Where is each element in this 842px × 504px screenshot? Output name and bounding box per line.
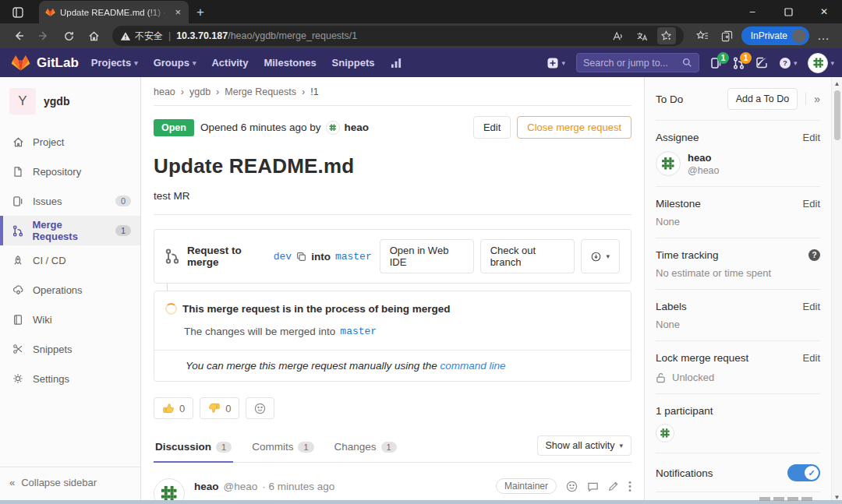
address-bar[interactable]: 不安全 | 10.3.70.187/heao/ygdb/merge_reques… <box>112 26 684 46</box>
new-menu-icon[interactable]: ▾ <box>547 57 565 69</box>
participant-avatar[interactable] <box>656 424 674 442</box>
refresh-icon[interactable] <box>58 26 80 46</box>
sidebar-item-project[interactable]: Project <box>0 127 140 157</box>
issues-nav-icon[interactable]: 1 <box>710 57 722 69</box>
checkout-branch-button[interactable]: Check out branch <box>480 239 575 273</box>
browser-tab[interactable]: Update README.md (!1) · Merge × <box>39 1 189 23</box>
favorites-bar-icon[interactable] <box>692 26 713 46</box>
sidebar-item-wiki[interactable]: Wiki <box>0 305 140 334</box>
window-maximize-button[interactable] <box>770 0 806 23</box>
tab-actions-icon[interactable] <box>6 2 30 23</box>
nav-projects[interactable]: Projects▾ <box>91 57 138 69</box>
nav-milestones[interactable]: Milestones <box>264 57 316 69</box>
sidebar-item-snippets[interactable]: Snippets <box>0 334 140 364</box>
window-minimize-button[interactable]: – <box>734 0 770 23</box>
add-favorite-star-icon[interactable] <box>657 27 676 44</box>
breadcrumb-mr-number: !1 <box>310 86 318 97</box>
assignee-name: heao <box>688 152 720 164</box>
sidebar-item-repository[interactable]: Repository <box>0 157 140 186</box>
charts-icon[interactable] <box>391 58 402 69</box>
close-merge-request-button[interactable]: Close merge request <box>517 116 632 139</box>
author-avatar[interactable] <box>326 121 340 135</box>
assignee-edit-link[interactable]: Edit <box>803 132 820 143</box>
forward-icon[interactable] <box>33 26 55 46</box>
maintainer-badge: Maintainer <box>496 478 557 494</box>
collapse-sidebar-button[interactable]: « Collapse sidebar <box>0 467 140 498</box>
project-header[interactable]: Y ygdb <box>0 77 140 127</box>
browser-menu-icon[interactable]: … <box>812 26 834 46</box>
scrollbar-thumb[interactable] <box>834 90 840 140</box>
edit-comment-icon[interactable] <box>608 481 619 492</box>
file-icon <box>12 166 25 178</box>
nav-snippets[interactable]: Snippets <box>332 57 375 69</box>
open-web-ide-button[interactable]: Open in Web IDE <box>380 239 474 273</box>
mr-title: Update README.md <box>154 154 632 178</box>
home-icon[interactable] <box>83 26 104 46</box>
more-options-kebab-icon[interactable] <box>628 481 632 492</box>
inprivate-badge[interactable]: InPrivate <box>741 26 809 45</box>
breadcrumb-merge-requests[interactable]: Merge Requests <box>225 86 296 97</box>
window-close-button[interactable]: ✕ <box>806 0 842 23</box>
mr-opened-meta: Opened 6 minutes ago by heao <box>200 121 369 135</box>
user-avatar-menu[interactable]: ▾ <box>808 53 834 73</box>
tab-commits[interactable]: Commits 1 <box>250 433 315 462</box>
notifications-toggle[interactable]: ✓ <box>787 464 820 481</box>
comment-author-name[interactable]: heao <box>194 481 219 492</box>
merge-requests-nav-icon[interactable]: 1 <box>733 57 745 69</box>
collapse-right-sidebar-icon[interactable]: » <box>805 93 820 105</box>
tab-close-icon[interactable]: × <box>173 6 182 18</box>
gitlab-logo-icon <box>11 54 30 72</box>
sidebar-item-operations[interactable]: Operations <box>0 275 140 305</box>
search-input[interactable] <box>583 58 682 69</box>
issues-count-pill: 0 <box>115 196 131 206</box>
back-icon[interactable] <box>8 26 30 46</box>
show-all-activity-button[interactable]: Show all activity ▾ <box>537 435 632 456</box>
command-line-link[interactable]: command line <box>440 360 505 372</box>
target-branch[interactable]: master <box>335 251 372 263</box>
nav-groups[interactable]: Groups▾ <box>154 57 196 69</box>
read-aloud-icon[interactable] <box>609 27 628 44</box>
url-text[interactable]: 10.3.70.187/heao/ygdb/merge_requests/1 <box>176 30 603 41</box>
author-name[interactable]: heao <box>345 122 370 133</box>
target-branch-ref[interactable]: master <box>340 326 377 337</box>
download-dropdown-button[interactable]: ▾ <box>581 239 620 273</box>
reply-comment-icon[interactable] <box>587 481 599 492</box>
merge-request-icon <box>12 225 24 237</box>
scissors-icon <box>12 344 25 354</box>
sidebar-item-merge-requests[interactable]: Merge Requests 1 <box>0 216 140 245</box>
lock-edit-link[interactable]: Edit <box>803 352 820 364</box>
collections-icon[interactable] <box>716 26 738 46</box>
sidebar-item-cicd[interactable]: CI / CD <box>0 245 140 275</box>
scroll-up-icon[interactable]: ▲ <box>834 77 840 90</box>
assignee-user[interactable]: heao @heao <box>656 151 820 176</box>
tab-discussion[interactable]: Discussion 1 <box>154 433 233 462</box>
add-todo-button[interactable]: Add a To Do <box>727 88 798 110</box>
tab-changes[interactable]: Changes 1 <box>333 433 398 462</box>
add-emoji-button[interactable] <box>246 397 274 419</box>
help-menu-icon[interactable]: ? ▾ <box>779 57 798 69</box>
page-scrollbar[interactable]: ▲ ▼ <box>831 77 842 504</box>
add-reaction-icon[interactable] <box>566 481 578 492</box>
assignee-avatar <box>656 151 681 176</box>
milestone-edit-link[interactable]: Edit <box>803 198 820 210</box>
not-secure-warning[interactable]: 不安全 <box>120 30 163 43</box>
thumbs-up-button[interactable]: 0 <box>154 397 193 419</box>
time-tracking-help-icon[interactable]: ? <box>808 249 820 261</box>
breadcrumb-project[interactable]: ygdb <box>189 86 210 97</box>
edit-button[interactable]: Edit <box>473 116 511 139</box>
gitlab-brand[interactable]: GitLab <box>11 54 79 72</box>
sidebar-item-issues[interactable]: Issues 0 <box>0 186 140 216</box>
sidebar-item-settings[interactable]: Settings <box>0 364 140 393</box>
todos-nav-icon[interactable] <box>755 57 768 69</box>
breadcrumb-group[interactable]: heao <box>154 86 175 97</box>
labels-edit-link[interactable]: Edit <box>803 301 820 312</box>
new-tab-button[interactable]: + <box>196 5 204 20</box>
thumbs-down-button[interactable]: 0 <box>200 397 239 419</box>
global-search[interactable] <box>576 53 699 72</box>
labels-value: None <box>656 319 820 330</box>
nav-activity[interactable]: Activity <box>211 57 248 69</box>
source-branch[interactable]: dev <box>274 251 292 263</box>
copy-branch-icon[interactable] <box>296 252 306 262</box>
comment-author-handle: @heao <box>224 481 258 492</box>
translate-icon[interactable] <box>633 27 652 44</box>
